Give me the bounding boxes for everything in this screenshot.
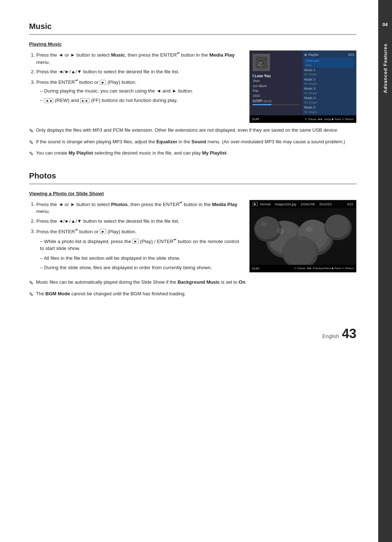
photo-viewer-screenshot: ▶ Normal image1024.jpg 1024x768 2010/2/1… [249, 200, 356, 272]
music-step-2: Press the ◄/►/▲/▼ button to select the d… [36, 68, 242, 75]
photo-main-area [250, 200, 356, 265]
playlist-item-3: Music 3 No Singer [304, 86, 354, 95]
svg-point-14 [255, 216, 279, 239]
song-album: 1st Album [253, 84, 299, 89]
music-step-3: Press the ENTER↵ button or ► (Play) butt… [36, 78, 242, 104]
music-right-panel: ✿ Playlist 3/15 I love you Jhon Music 1 [302, 51, 356, 115]
photo-note-2: ✎ The BGM Mode cannot be changed until t… [29, 290, 356, 299]
photo-note-icon-2: ✎ [29, 291, 34, 299]
photos-two-col: Press the ◄ or ► button to select Photos… [29, 200, 356, 275]
viewing-photo-subtitle: Viewing a Photo (or Slide Show) [29, 191, 356, 196]
svg-point-21 [306, 226, 313, 232]
music-step-1: Press the ◄ or ► button to select Music,… [36, 50, 242, 66]
photo-step-1: Press the ◄ or ► button to select Photos… [36, 200, 242, 215]
song-title: I Love You [253, 73, 299, 79]
photo-screenshot-col: ▶ Normal image1024.jpg 1024x768 2010/2/1… [249, 200, 356, 275]
music-player-screenshot: ♫ I Love You Jhon 1st Album Pop 2010 4.2… [249, 50, 356, 123]
footer: English 43 [29, 312, 356, 341]
music-left-panel: ♫ I Love You Jhon 1st Album Pop 2010 4.2… [250, 51, 302, 115]
photo-bottom-right: ↵ Pause ◄► Previous/Next ■ Tools ↩ Retur… [294, 267, 354, 270]
music-step-3-sub2: ◄◄ (REW) and ►► (FF) buttons do not func… [40, 97, 242, 104]
side-tab-label: Advanced Features [383, 44, 388, 93]
song-time: 01:10 / 04:02 [253, 99, 299, 103]
photo-step-3-sub1: While a photo list is displayed, press t… [40, 237, 242, 252]
playlist-item-5: Music 5 No Singer [304, 105, 354, 114]
playing-music-subtitle: Playing Music [29, 41, 356, 47]
song-info: I Love You Jhon 1st Album Pop 2010 4.2MB [253, 73, 299, 103]
music-note-3-text: You can create My Playlist selecting the… [36, 149, 356, 157]
svg-point-16 [325, 214, 350, 238]
music-step-3-sub1: During playing the music, you can search… [40, 87, 242, 95]
photo-mode-icon: ▶ [253, 202, 258, 206]
photo-note-icon-1: ✎ [29, 279, 34, 287]
footer-label: English [322, 333, 339, 339]
photo-mode: Normal [260, 202, 270, 206]
side-tab: 04 Advanced Features [378, 0, 392, 542]
playlist-item-2: Music 2 No Singer [304, 77, 354, 86]
footer-page-number: 43 [342, 326, 356, 341]
svg-point-20 [277, 228, 284, 234]
photos-steps: Press the ◄ or ► button to select Photos… [36, 200, 242, 272]
photo-step-3: Press the ENTER↵ button or ► (Play) butt… [36, 227, 242, 271]
song-artist: Jhon [253, 79, 299, 84]
album-art: ♫ [253, 54, 270, 71]
photo-note-1-text: Music files can be automatically played … [36, 279, 356, 286]
song-genre: Pop [253, 89, 299, 94]
music-screenshot-col: ♫ I Love You Jhon 1st Album Pop 2010 4.2… [249, 50, 356, 123]
progress-bar-bg [253, 104, 299, 105]
music-two-col: Press the ◄ or ► button to select Music,… [29, 50, 356, 123]
svg-point-12 [283, 235, 316, 264]
song-year: 2010 [253, 94, 299, 99]
song-progress: 01:10 / 04:02 [253, 99, 299, 105]
music-title: Music [29, 22, 356, 35]
photo-step-3-sub3: During the slide show, files are display… [40, 264, 242, 271]
playlist-item-active: I love you Jhon [304, 58, 354, 67]
photo-date: 2010/2/1 [319, 202, 332, 206]
music-bottom-bar: SUM ↵ Pause ◄► Jump ■ Tools ↩ Return [250, 115, 356, 123]
music-note-1-text: Only displays the files with MP3 and PCM… [36, 127, 356, 134]
photos-section: Photos Viewing a Photo (or Slide Show) P… [29, 171, 356, 299]
music-note-3: ✎ You can create My Playlist selecting t… [29, 149, 356, 158]
music-text-col: Press the ◄ or ► button to select Music,… [29, 50, 242, 123]
side-tab-number: 04 [383, 22, 388, 27]
music-note-2: ✎ If the sound is strange when playing M… [29, 138, 356, 147]
svg-text:♫: ♫ [257, 60, 262, 67]
photo-step-3-sub2: All files in the file list section will … [40, 255, 242, 262]
photo-step-2: Press the ◄/►/▲/▼ button to select the d… [36, 218, 242, 225]
photo-bottom-bar: SUM ↵ Pause ◄► Previous/Next ■ Tools ↩ R… [250, 265, 356, 272]
note-icon-2: ✎ [29, 139, 34, 147]
photos-title: Photos [29, 171, 356, 184]
music-note-1: ✎ Only displays the files with MP3 and P… [29, 127, 356, 135]
bottom-left-sum: SUM [252, 117, 259, 121]
progress-bar-fill [253, 104, 271, 105]
svg-point-22 [261, 222, 266, 226]
photo-resolution: 1024x768 [301, 202, 315, 206]
playlist-header: ✿ Playlist 3/15 [304, 53, 354, 57]
note-icon-1: ✎ [29, 127, 34, 135]
photo-page-indicator: 3/15 [347, 202, 353, 206]
photo-top-bar: ▶ Normal image1024.jpg 1024x768 2010/2/1… [250, 200, 356, 208]
bottom-right-controls: ↵ Pause ◄► Jump ■ Tools ↩ Return [305, 118, 354, 121]
photo-filename: image1024.jpg [275, 202, 296, 206]
music-section: Music Playing Music Press the ◄ or ► but… [29, 22, 356, 158]
note-icon-3: ✎ [29, 150, 34, 158]
photos-text-col: Press the ◄ or ► button to select Photos… [29, 200, 242, 275]
music-note-2-text: If the sound is strange when playing MP3… [36, 138, 356, 145]
photo-note-2-text: The BGM Mode cannot be changed until the… [36, 290, 356, 297]
playlist-item-4: Music 4 No Singer [304, 95, 354, 105]
photo-bottom-left: SUM [252, 267, 259, 270]
photo-note-1: ✎ Music files can be automatically playe… [29, 279, 356, 287]
playlist-item-1: Music 1 No Singer [304, 67, 354, 77]
music-steps: Press the ◄ or ► button to select Music,… [36, 50, 242, 104]
